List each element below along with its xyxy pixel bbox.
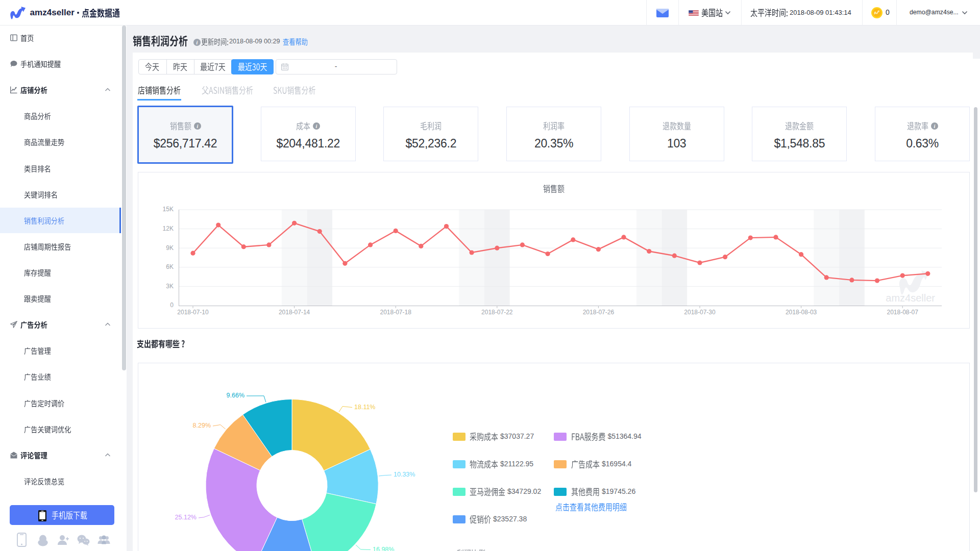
svg-text:i: i <box>197 123 198 129</box>
svg-text:i: i <box>316 123 317 129</box>
svg-text:i: i <box>934 123 935 129</box>
svg-text:i: i <box>197 39 198 45</box>
svg-text:amz4seller: amz4seller <box>886 292 935 304</box>
